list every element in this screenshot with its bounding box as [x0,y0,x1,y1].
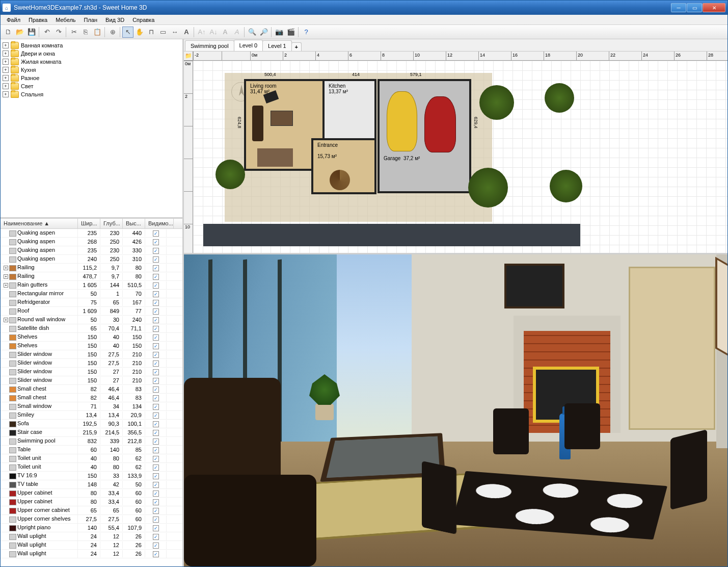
bold-icon[interactable]: A [220,27,231,38]
furniture-row[interactable]: Satellite dish6570,471,1✓ [1,324,182,333]
furniture-row[interactable]: Wall uplight241226✓ [1,550,182,558]
expand-icon[interactable]: + [4,318,8,322]
level-tab[interactable]: Level 1 [262,40,291,51]
level-tab[interactable]: Swimming pool [185,40,234,51]
pan-tool-icon[interactable]: ✋ [134,27,145,38]
expand-icon[interactable]: + [4,266,8,270]
level-tab[interactable]: Level 0 [234,40,263,51]
furniture-row[interactable]: Swimming pool832339212,8✓ [1,437,182,446]
text-size-up-icon[interactable]: A↑ [196,27,207,38]
expand-icon[interactable]: + [3,42,9,48]
menu-item[interactable]: Файл [3,16,24,24]
visible-checkbox[interactable]: ✓ [153,482,159,488]
col-width[interactable]: Шир... [78,219,100,228]
visible-checkbox[interactable]: ✓ [153,239,159,245]
visible-checkbox[interactable]: ✓ [153,369,159,375]
visible-checkbox[interactable]: ✓ [153,491,159,497]
minimize-button[interactable]: ─ [671,3,686,12]
catalog-folder[interactable]: +Кухня [3,66,180,74]
furniture-row[interactable]: Slider window15027,5210✓ [1,350,182,359]
text-size-down-icon[interactable]: A↓ [208,27,219,38]
col-visible[interactable]: Видимо... [145,219,174,228]
col-depth[interactable]: Глуб... [100,219,123,228]
wall-tool-icon[interactable]: ⊓ [146,27,157,38]
furniture-row[interactable]: Sofa192,590,3100,1✓ [1,420,182,428]
visible-checkbox[interactable]: ✓ [153,343,159,349]
visible-checkbox[interactable]: ✓ [153,300,159,306]
expand-icon[interactable]: + [3,50,9,57]
furniture-row[interactable]: Upper corner shelves27,527,560✓ [1,515,182,524]
visible-checkbox[interactable]: ✓ [153,386,159,393]
visible-checkbox[interactable]: ✓ [153,248,159,254]
visible-checkbox[interactable]: ✓ [153,525,159,531]
new-file-icon[interactable]: 🗋 [3,27,14,38]
furniture-row[interactable]: Shelves15040150✓ [1,342,182,350]
visible-checkbox[interactable]: ✓ [153,430,159,436]
furniture-row[interactable]: Slider window15027210✓ [1,368,182,376]
furniture-row[interactable]: Small chest8246,483✓ [1,385,182,394]
visible-checkbox[interactable]: ✓ [153,534,159,540]
expand-icon[interactable]: + [3,59,9,65]
visible-checkbox[interactable]: ✓ [153,465,159,471]
plan-view-2d[interactable]: Swimming poolLevel 0Level 1+ 📁 -20м24681… [184,39,727,254]
furniture-row[interactable]: Quaking aspen240250310✓ [1,255,182,264]
ruler-corner-icon[interactable]: 📁 [184,51,193,61]
menu-item[interactable]: План [80,16,102,24]
furniture-row[interactable]: +Rain gutters1 605144510,5✓ [1,281,182,290]
visible-checkbox[interactable]: ✓ [153,473,159,479]
col-height[interactable]: Выс... [123,219,145,228]
furniture-row[interactable]: Smiley13,413,420,9✓ [1,411,182,420]
visible-checkbox[interactable]: ✓ [153,291,159,297]
visible-checkbox[interactable]: ✓ [153,395,159,401]
furniture-row[interactable]: TV table1484250✓ [1,480,182,489]
furniture-row[interactable]: +Railing478,79,780✓ [1,272,182,281]
expand-icon[interactable]: + [4,283,8,288]
plan-grid[interactable]: Living room31,47 м² Kitchen13,37 м² Entr… [193,61,727,253]
furniture-row[interactable]: Shelves15040150✓ [1,333,182,342]
catalog-folder[interactable]: +Свет [3,82,180,90]
furniture-row[interactable]: Small window7134134✓ [1,402,182,411]
close-button[interactable]: ✕ [703,3,725,12]
save-file-icon[interactable]: 💾 [26,27,37,38]
text-tool-icon[interactable]: A [181,27,192,38]
room-tool-icon[interactable]: ▭ [157,27,169,38]
shrub[interactable] [479,85,514,120]
visible-checkbox[interactable]: ✓ [153,326,159,332]
catalog-folder[interactable]: +Жилая комната [3,58,180,66]
maximize-button[interactable]: ▭ [687,3,702,12]
visible-checkbox[interactable]: ✓ [153,230,159,237]
furniture-row[interactable]: Table6014085✓ [1,446,182,454]
visible-checkbox[interactable]: ✓ [153,543,159,549]
col-name[interactable]: Наименование ▲ [1,219,78,228]
visible-checkbox[interactable]: ✓ [153,308,159,315]
expand-icon[interactable]: + [3,75,9,81]
furniture-row[interactable]: Toilet unit408062✓ [1,454,182,463]
italic-icon[interactable]: A [231,27,242,38]
furniture-body[interactable]: Quaking aspen235230440✓Quaking aspen2682… [1,229,182,566]
furniture-row[interactable]: Slider window15027210✓ [1,376,182,385]
select-tool-icon[interactable]: ↖ [122,27,133,38]
dimension-tool-icon[interactable]: ↔ [169,27,180,38]
furniture-row[interactable]: Wall uplight241226✓ [1,532,182,541]
car-yellow[interactable] [387,91,417,151]
coffee-table[interactable] [271,111,293,126]
furniture-row[interactable]: Slider window15027,5210✓ [1,359,182,368]
redo-icon[interactable]: ↷ [53,27,64,38]
shrub[interactable] [545,83,574,113]
furniture-row[interactable]: Quaking aspen268250426✓ [1,238,182,246]
add-furniture-icon[interactable]: ⊕ [107,27,118,38]
visible-checkbox[interactable]: ✓ [153,404,159,410]
furniture-row[interactable]: Quaking aspen235230440✓ [1,229,182,238]
furniture-row[interactable]: Rectangular mirror50170✓ [1,290,182,298]
furniture-row[interactable]: +Railing115,29,780✓ [1,264,182,272]
help-icon[interactable]: ? [301,27,312,38]
view-3d[interactable]: ▲ ▼ ◀ ▶ [184,254,727,566]
visible-checkbox[interactable]: ✓ [153,551,159,557]
visible-checkbox[interactable]: ✓ [153,256,159,263]
furniture-row[interactable]: Refridgerator7565167✓ [1,298,182,307]
furniture-row[interactable]: Upper cabinet8033,460✓ [1,489,182,498]
visible-checkbox[interactable]: ✓ [153,317,159,323]
visible-checkbox[interactable]: ✓ [153,334,159,341]
undo-icon[interactable]: ↶ [41,27,52,38]
menu-item[interactable]: Вид 3D [101,16,128,24]
